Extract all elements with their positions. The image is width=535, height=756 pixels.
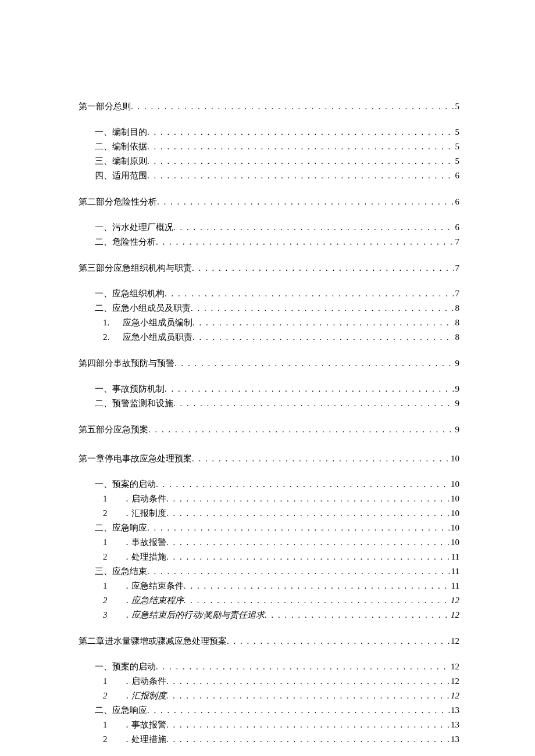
toc-entry: 一、应急组织机构7: [95, 286, 459, 300]
toc-entry-label: 1.应急小组成员编制: [103, 316, 192, 329]
toc-spacer: [79, 411, 459, 419]
toc-spacer: [79, 374, 459, 382]
toc-leader-dots: [165, 286, 454, 300]
toc-entry: 3．应急结束后的行动/奖励与责任追求12: [103, 608, 459, 622]
toc-entry-title: 应急小组成员职责: [123, 332, 192, 342]
toc-entry-number: 1: [103, 535, 123, 549]
toc-leader-dots: [147, 154, 454, 168]
toc-entry: 1．事故报警13: [103, 718, 459, 732]
toc-spacer: [79, 622, 459, 630]
toc-entry-title: ．启动条件: [123, 494, 166, 503]
toc-entry-title: ．应急结束条件: [123, 581, 184, 590]
toc-spacer: [79, 440, 459, 448]
toc-entry: 第二章进水量骤增或骤减应急处理预案12: [79, 634, 459, 648]
toc-entry-page: 7: [454, 261, 460, 275]
toc-entry-page: 12: [450, 608, 459, 622]
toc-leader-dots: [166, 689, 450, 703]
toc-entry-label: 一、污水处理厂概况: [95, 220, 173, 234]
toc-spacer: [79, 117, 459, 125]
toc-entry-label: 一、事故预防机制: [95, 382, 165, 396]
toc-entry-page: 6: [454, 195, 460, 209]
toc-leader-dots: [173, 220, 454, 234]
toc-entry-page: 10: [450, 452, 459, 465]
toc-leader-dots: [166, 492, 450, 506]
toc-entry: 一、污水处理厂概况6: [95, 220, 459, 234]
toc-entry-label: 二、预警监测和设施: [95, 396, 173, 410]
toc-entry-label: 1．启动条件: [103, 492, 166, 506]
toc-entry-label: 三、应急结束: [95, 564, 147, 578]
toc-leader-dots: [166, 718, 450, 732]
toc-entry-number: 1: [103, 674, 123, 688]
toc-entry-label: 一、预案的启动: [95, 477, 156, 491]
toc-entry: 2．应急结束程序12: [103, 593, 459, 607]
toc-entry-title: ．事故报警: [123, 538, 166, 547]
toc-spacer: [79, 469, 459, 477]
toc-entry: 一、事故预防机制9: [95, 382, 459, 396]
toc-entry-page: 5: [454, 139, 460, 153]
toc-entry-label: 二、应急小组成员及职责: [95, 301, 191, 315]
toc-entry: 第四部分事故预防与预警9: [79, 356, 459, 370]
toc-entry-page: 7: [454, 286, 460, 300]
toc-entry: 1.应急小组成员编制8: [103, 316, 459, 329]
toc-leader-dots: [192, 330, 454, 344]
toc-entry: 2．处理措施11: [103, 550, 459, 564]
table-of-contents: 第一部分总则5一、编制目的5二、编制依据5三、编制原则5四、适用范围6第二部分危…: [79, 99, 459, 746]
toc-entry: 1．事故报警10: [103, 535, 459, 549]
toc-leader-dots: [174, 356, 454, 370]
toc-entry-label: 第三部分应急组织机构与职责: [79, 261, 192, 275]
toc-entry: 第一章停电事故应急处理预案10: [79, 452, 459, 465]
toc-entry-number: 2: [103, 732, 123, 746]
toc-entry-label: 3．应急结束后的行动/奖励与责任追求: [103, 608, 265, 622]
toc-entry: 二、应急小组成员及职责8: [95, 301, 459, 315]
toc-leader-dots: [265, 608, 450, 622]
toc-entry-label: 二、应急响应: [95, 521, 147, 535]
toc-entry: 2．汇报制度10: [103, 506, 459, 520]
toc-entry-page: 10: [450, 535, 459, 549]
toc-page: 第一部分总则5一、编制目的5二、编制依据5三、编制原则5四、适用范围6第二部分危…: [0, 0, 535, 756]
toc-entry-page: 10: [450, 521, 459, 535]
toc-entry-title: ．事故报警: [123, 720, 166, 729]
toc-entry-label: 1．事故报警: [103, 535, 166, 549]
toc-entry-page: 9: [454, 356, 460, 370]
toc-entry-page: 13: [450, 732, 459, 746]
toc-entry-page: 5: [454, 125, 460, 139]
toc-entry-label: 四、适用范围: [95, 169, 147, 182]
toc-leader-dots: [156, 477, 450, 491]
toc-entry-number: 2: [103, 593, 123, 607]
toc-entry-page: 10: [450, 506, 459, 520]
toc-entry-page: 12: [450, 660, 459, 673]
toc-leader-dots: [147, 125, 454, 139]
toc-entry-page: 11: [450, 564, 459, 578]
toc-leader-dots: [147, 139, 454, 153]
toc-entry-label: 二、危险性分析: [95, 235, 156, 249]
toc-entry-page: 11: [450, 579, 459, 593]
toc-entry-page: 10: [450, 492, 459, 506]
toc-leader-dots: [148, 422, 454, 436]
toc-entry-label: 2．汇报制度: [103, 506, 166, 520]
toc-entry: 1．应急结束条件11: [103, 579, 459, 593]
toc-leader-dots: [131, 99, 454, 113]
toc-entry-number: 1: [103, 492, 123, 506]
toc-entry: 2.应急小组成员职责8: [103, 330, 459, 344]
toc-leader-dots: [192, 452, 450, 465]
toc-entry-label: 二、编制依据: [95, 139, 147, 153]
toc-entry-page: 7: [454, 235, 460, 249]
toc-entry-label: 第二部分危险性分析: [79, 195, 157, 209]
toc-leader-dots: [156, 235, 454, 249]
toc-entry-number: 2: [103, 689, 123, 703]
toc-spacer: [79, 278, 459, 286]
toc-entry-label: 2．处理措施: [103, 550, 166, 564]
toc-entry: 第二部分危险性分析6: [79, 195, 459, 209]
toc-spacer: [79, 651, 459, 660]
toc-entry-page: 13: [450, 718, 459, 732]
toc-entry-title: ．应急结束程序: [123, 596, 184, 605]
toc-entry-title: ．启动条件: [123, 676, 166, 686]
toc-entry-label: 2．汇报制度: [103, 689, 166, 703]
toc-entry-page: 12: [450, 634, 459, 648]
toc-entry-number: 2: [103, 506, 123, 520]
toc-entry-label: 第四部分事故预防与预警: [79, 356, 174, 370]
toc-entry-page: 12: [450, 674, 459, 688]
toc-entry-page: 5: [454, 154, 460, 168]
toc-leader-dots: [192, 261, 454, 275]
toc-leader-dots: [166, 732, 450, 746]
